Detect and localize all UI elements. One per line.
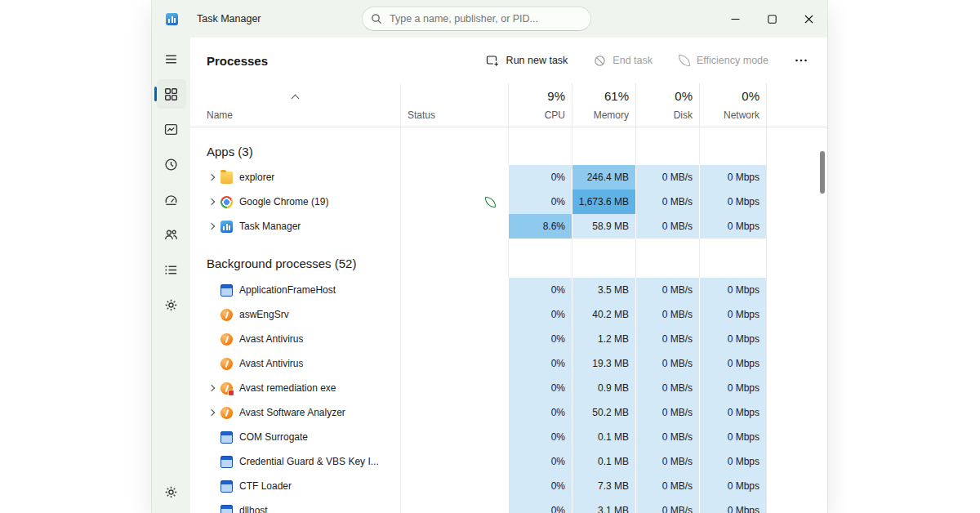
- more-dots-icon: [795, 54, 808, 67]
- sidebar-item-settings[interactable]: [157, 477, 186, 506]
- search-input[interactable]: [390, 13, 582, 25]
- cpu-cell: 0%: [508, 498, 572, 513]
- table-row[interactable]: explorer 0% 246.4 MB 0 MB/s 0 Mbps: [190, 165, 827, 190]
- table-row[interactable]: ApplicationFrameHost 0% 3.5 MB 0 MB/s 0 …: [190, 278, 827, 302]
- network-cell: 0 Mbps: [699, 474, 766, 498]
- column-header-network[interactable]: 0% Network: [699, 83, 766, 127]
- caption-buttons: [717, 0, 827, 38]
- expand-chevron-icon[interactable]: [208, 385, 215, 391]
- column-header-name[interactable]: Name: [190, 83, 400, 127]
- network-cell: 0 Mbps: [699, 302, 766, 327]
- memory-cell: 3.5 MB: [572, 278, 635, 302]
- table-row[interactable]: Avast Antivirus 0% 1.2 MB 0 MB/s 0 Mbps: [190, 327, 827, 351]
- column-header-status[interactable]: Status: [400, 83, 508, 127]
- status-cell: [400, 474, 508, 498]
- sidebar-menu-button[interactable]: [157, 44, 186, 74]
- maximize-button[interactable]: [754, 0, 791, 38]
- status-cell: [400, 165, 508, 190]
- name-cell: CTF Loader: [190, 474, 400, 498]
- status-cell: [400, 425, 508, 449]
- memory-cell: 1,673.6 MB: [572, 190, 635, 214]
- network-cell: 0 Mbps: [699, 214, 766, 239]
- task-manager-app-icon: [166, 13, 178, 25]
- table-header: Name Status 9% CPU 61% Memory 0% Disk: [190, 83, 827, 127]
- status-cell: [400, 449, 508, 474]
- cpu-cell: 0%: [508, 425, 572, 449]
- sidebar-item-services[interactable]: [157, 290, 186, 319]
- table-row[interactable]: Avast Software Analyzer 0% 50.2 MB 0 MB/…: [190, 400, 827, 425]
- sidebar-item-details[interactable]: [157, 255, 186, 284]
- close-button[interactable]: [791, 0, 827, 38]
- table-row[interactable]: Task Manager 8.6% 58.9 MB 0 MB/s 0 Mbps: [190, 214, 827, 239]
- network-cell: 0 Mbps: [699, 327, 766, 351]
- row-filler: [766, 327, 827, 351]
- expand-chevron-icon[interactable]: [208, 199, 215, 205]
- sidebar-item-processes[interactable]: [157, 79, 186, 109]
- process-name: ApplicationFrameHost: [239, 284, 336, 296]
- end-task-icon: [594, 55, 606, 67]
- process-icon: [220, 358, 233, 370]
- sidebar-item-performance[interactable]: [157, 114, 186, 144]
- cpu-cell: 0%: [508, 165, 572, 190]
- disk-cell: 0 MB/s: [635, 351, 699, 376]
- cpu-cell: 0%: [508, 351, 572, 376]
- process-icon: [220, 172, 233, 184]
- status-cell: [400, 214, 508, 239]
- spacer-row: [190, 239, 827, 248]
- search-box[interactable]: [362, 7, 591, 31]
- column-header-memory[interactable]: 61% Memory: [572, 83, 635, 127]
- sidebar-item-users[interactable]: [157, 220, 186, 249]
- process-icon: [220, 382, 233, 395]
- name-cell: COM Surrogate: [190, 425, 400, 449]
- name-cell: Avast Antivirus: [190, 327, 400, 351]
- expand-chevron-icon[interactable]: [208, 174, 215, 181]
- column-header-disk[interactable]: 0% Disk: [635, 83, 699, 127]
- table-row[interactable]: Credential Guard & VBS Key I... 0% 0.1 M…: [190, 449, 827, 474]
- run-new-task-icon: [486, 54, 500, 68]
- main-content: Processes Run new task: [190, 38, 827, 513]
- run-new-task-button[interactable]: Run new task: [486, 54, 568, 68]
- table-row[interactable]: dllhost 0% 3.1 MB 0 MB/s 0 Mbps: [190, 498, 827, 513]
- disk-cell: 0 MB/s: [635, 498, 699, 513]
- cpu-cell: 0%: [508, 278, 572, 302]
- process-name: COM Surrogate: [239, 431, 308, 443]
- table-row[interactable]: Avast Antivirus 0% 19.3 MB 0 MB/s 0 Mbps: [190, 351, 827, 376]
- group-header-background-processes[interactable]: Background processes (52): [190, 248, 827, 278]
- disk-cell: 0 MB/s: [635, 190, 699, 214]
- performance-icon: [164, 123, 178, 136]
- minimize-button[interactable]: [717, 0, 754, 38]
- column-header-cpu[interactable]: 9% CPU: [508, 83, 572, 127]
- group-header-apps[interactable]: Apps (3): [190, 137, 827, 165]
- cpu-cell: 0%: [508, 302, 572, 327]
- row-filler: [766, 449, 827, 474]
- network-cell: 0 Mbps: [699, 400, 766, 425]
- disk-cell: 0 MB/s: [635, 400, 699, 425]
- cpu-cell: 0%: [508, 376, 572, 400]
- table-row[interactable]: CTF Loader 0% 7.3 MB 0 MB/s 0 Mbps: [190, 474, 827, 498]
- more-options-button[interactable]: [795, 54, 808, 67]
- process-icon: [220, 456, 233, 468]
- memory-cell: 246.4 MB: [572, 165, 635, 190]
- minimize-icon: [731, 15, 740, 24]
- table-row[interactable]: aswEngSrv 0% 40.2 MB 0 MB/s 0 Mbps: [190, 302, 827, 327]
- expand-chevron-icon[interactable]: [208, 409, 215, 416]
- expand-chevron-icon[interactable]: [208, 223, 215, 230]
- process-icon: [220, 309, 233, 321]
- maximize-icon: [768, 15, 777, 24]
- row-filler: [766, 474, 827, 498]
- efficiency-mode-button[interactable]: Efficiency mode: [679, 55, 768, 66]
- end-task-button[interactable]: End task: [594, 55, 653, 67]
- table-row[interactable]: Avast remediation exe 0% 0.9 MB 0 MB/s 0…: [190, 376, 827, 400]
- services-icon: [164, 298, 178, 312]
- table-row[interactable]: COM Surrogate 0% 0.1 MB 0 MB/s 0 Mbps: [190, 425, 827, 449]
- disk-total: 0%: [675, 89, 693, 103]
- process-icon: [220, 480, 233, 493]
- spacer-row: [190, 127, 827, 137]
- process-name: dllhost: [239, 505, 268, 513]
- vertical-scrollbar-thumb[interactable]: [820, 151, 825, 194]
- sidebar-item-startup-apps[interactable]: [157, 185, 186, 214]
- background-process-rows: ApplicationFrameHost 0% 3.5 MB 0 MB/s 0 …: [190, 278, 827, 513]
- name-cell: Credential Guard & VBS Key I...: [190, 449, 400, 474]
- table-row[interactable]: Google Chrome (19) 0% 1,673.6 MB 0 MB/s …: [190, 190, 827, 214]
- sidebar-item-app-history[interactable]: [157, 149, 186, 179]
